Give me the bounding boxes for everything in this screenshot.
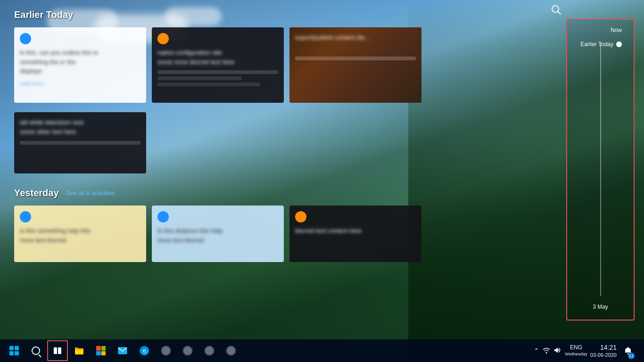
system-tray: ⌃ ENG Wednesday 14:21 03-06-2020 [534, 340, 640, 361]
tv-rect-1 [54, 347, 57, 354]
see-activities-link[interactable]: See all 8 activities [66, 189, 115, 197]
ms-sq-red [96, 346, 101, 351]
mail-button[interactable] [112, 340, 133, 361]
yesterday-section: Yesterday See all 8 activities Is this s… [14, 188, 504, 262]
yesterday-card-2-header [157, 211, 278, 222]
cards-row-2: tall white television sizesome other tex… [14, 112, 504, 173]
notification-button[interactable]: 13 [619, 340, 636, 361]
activity-card-2[interactable]: native configuration sitesome more blurr… [152, 27, 284, 103]
timeline-earlier-today: Earlier Today [580, 41, 622, 48]
timeline-dot [616, 41, 622, 47]
win-logo-bl [9, 351, 14, 355]
card-3-bar [295, 57, 416, 60]
yesterday-card-3-header [295, 211, 416, 222]
edge-button[interactable]: e [134, 340, 155, 361]
app-3-icon [205, 346, 214, 355]
ms-sq-blue [96, 351, 101, 356]
card-2-header [157, 33, 278, 44]
yesterday-card-2-icon [157, 211, 169, 222]
timeline-earlier-label: Earlier Today [580, 41, 613, 48]
card-2-bar-3 [157, 82, 260, 86]
show-hidden-icon[interactable]: ⌃ [534, 347, 539, 354]
card-2-icon [157, 33, 169, 44]
earlier-today-title: Earlier Today [14, 9, 504, 20]
yesterday-card-3-icon [295, 211, 306, 222]
timeline-date: 3 May [593, 304, 608, 310]
windows-logo [9, 346, 19, 355]
yesterday-card-1-icon [20, 211, 31, 222]
card-4-content: tall white television sizesome other tex… [14, 112, 146, 173]
app-2-icon [183, 346, 192, 355]
notification-count: 13 [628, 353, 635, 359]
time-display: 14:21 [590, 343, 617, 352]
card-2-content: native configuration sitesome more blurr… [152, 27, 284, 103]
date-display: 03-06-2020 [590, 352, 617, 358]
yesterday-card-1-header [20, 211, 140, 222]
card-3-text: export/publish content dis... [295, 33, 416, 42]
card-4-text: tall white television sizesome other tex… [20, 118, 140, 136]
yesterday-card-3-content: blurred text content here [289, 206, 421, 262]
card-1-header [20, 33, 140, 44]
card-2-bar-1 [157, 70, 278, 74]
search-icon-corner[interactable] [551, 5, 561, 17]
yesterday-title: Yesterday [14, 188, 59, 198]
card-1-link: read more... [20, 80, 140, 88]
search-circle-icon [32, 346, 40, 355]
taskbar: e ⌃ [0, 339, 644, 362]
card-1-icon [20, 33, 31, 44]
taskview-icon [54, 347, 61, 354]
ms-sq-yellow [101, 351, 106, 356]
yesterday-cards: Is this something help thismore text blu… [14, 206, 504, 262]
task-view-button[interactable] [47, 340, 68, 361]
svg-line-1 [558, 11, 561, 14]
app-1-icon [161, 346, 171, 355]
activity-panel: Earlier Today Is this, can you outline t… [0, 0, 519, 362]
timeline-now-label: Now [611, 27, 622, 33]
yesterday-header: Yesterday See all 8 activities [14, 188, 504, 198]
yesterday-card-2-content: Is this distance this helpmore text blur… [152, 206, 284, 262]
file-explorer-button[interactable] [69, 340, 90, 361]
cards-row-1: Is this, can you outline this issomethin… [14, 27, 504, 103]
store-button[interactable] [91, 340, 111, 361]
language-indicator[interactable]: ENG Wednesday [565, 344, 587, 357]
card-2-text: native configuration sitesome more blurr… [157, 48, 278, 66]
wifi-icon[interactable] [542, 346, 551, 355]
volume-icon[interactable] [553, 346, 562, 355]
timeline-panel: Now Earlier Today 3 May [566, 19, 635, 321]
clock[interactable]: 14:21 03-06-2020 [590, 343, 617, 358]
file-explorer-icon [74, 346, 84, 355]
app-button-4[interactable] [221, 340, 241, 361]
yesterday-card-3-text: blurred text content here [295, 226, 416, 236]
card-1-text-1: Is this, can you outline this issomethin… [20, 48, 140, 76]
win-logo-tr [15, 346, 19, 350]
ms-sq-green [101, 346, 106, 351]
activity-card-3[interactable]: export/publish content dis... [289, 27, 421, 103]
activity-card-4[interactable]: tall white television sizesome other tex… [14, 112, 146, 173]
activity-card-1[interactable]: Is this, can you outline this issomethin… [14, 27, 146, 103]
yesterday-card-2-text: Is this distance this helpmore text blur… [157, 226, 278, 245]
yesterday-card-3[interactable]: blurred text content here [289, 206, 421, 262]
tv-rect-2 [58, 347, 61, 354]
search-button[interactable] [25, 340, 46, 361]
card-3-content: export/publish content dis... [289, 27, 421, 103]
language-label: ENG [565, 344, 587, 352]
yesterday-card-1-text: Is this something help thismore text blu… [20, 226, 140, 245]
timeline-line [600, 43, 601, 296]
mail-icon [118, 347, 127, 354]
yesterday-card-1[interactable]: Is this something help thismore text blu… [14, 206, 146, 262]
app-4-icon [226, 346, 236, 355]
svg-rect-3 [118, 347, 127, 354]
win-logo-tl [9, 346, 14, 350]
app-button-2[interactable] [177, 340, 198, 361]
earlier-today-section: Earlier Today Is this, can you outline t… [14, 9, 504, 173]
app-button-3[interactable] [199, 340, 220, 361]
card-2-bar-2 [157, 76, 242, 80]
yesterday-card-2[interactable]: Is this distance this helpmore text blur… [152, 206, 284, 262]
win-logo-br [15, 351, 19, 355]
edge-icon: e [140, 346, 149, 355]
store-icon [96, 346, 106, 355]
card-4-bar [20, 141, 140, 145]
app-button-1[interactable] [156, 340, 176, 361]
day-label: Wednesday [565, 352, 587, 357]
start-button[interactable] [4, 340, 25, 361]
